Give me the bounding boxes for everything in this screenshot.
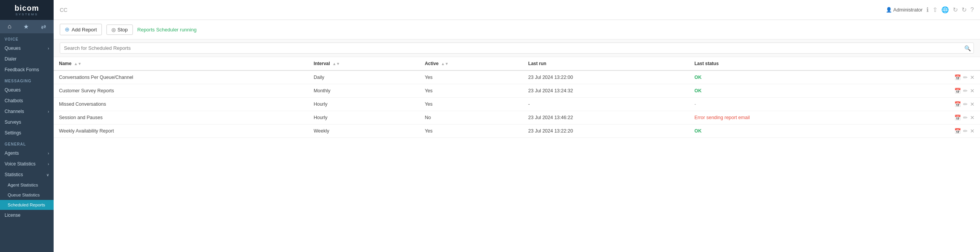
cell-last-status: - bbox=[689, 98, 887, 111]
toolbar: ⊕ Add Report ◎ Stop Reports Scheduler ru… bbox=[54, 20, 980, 39]
cell-last-run: - bbox=[523, 98, 689, 111]
stop-label: Stop bbox=[118, 27, 128, 33]
logo-text: bicom bbox=[15, 4, 39, 13]
col-name[interactable]: Name ▲▼ bbox=[54, 57, 308, 70]
messaging-section-label: MESSAGING bbox=[0, 75, 54, 85]
queue-statistics-label: Queue Statistics bbox=[8, 193, 40, 197]
col-active[interactable]: Active ▲▼ bbox=[419, 57, 523, 70]
calendar-icon[interactable]: 📅 bbox=[954, 115, 961, 121]
search-icon: 🔍 bbox=[964, 45, 971, 51]
edit-icon[interactable]: ✏ bbox=[963, 115, 968, 121]
agent-statistics-label: Agent Statistics bbox=[8, 183, 38, 187]
queues-voice-label: Queues bbox=[5, 46, 21, 51]
sidebar-item-scheduled-reports[interactable]: Scheduled Reports bbox=[0, 200, 54, 210]
info-icon[interactable]: ℹ bbox=[926, 6, 929, 13]
col-interval[interactable]: Interval ▲▼ bbox=[308, 57, 419, 70]
cell-active: Yes bbox=[419, 124, 523, 138]
table-row: Session and Pauses Hourly No 23 Jul 2024… bbox=[54, 111, 980, 124]
search-wrap: 🔍 bbox=[60, 43, 974, 54]
sidebar-item-queues-messaging[interactable]: Queues bbox=[0, 85, 54, 95]
topbar: CC 👤 Administrator ℹ ⇧ 🌐 ↻ ↻ ? bbox=[54, 0, 980, 20]
cell-last-run: 23 Jul 2024 13:46:22 bbox=[523, 111, 689, 124]
license-label: License bbox=[5, 213, 20, 218]
cell-interval: Weekly bbox=[308, 124, 419, 138]
refresh2-icon[interactable]: ↻ bbox=[962, 6, 967, 13]
cell-name: Missed Conversations bbox=[54, 98, 308, 111]
cell-actions: 📅 ✏ ✕ bbox=[887, 70, 980, 84]
sidebar-item-chatbots[interactable]: Chatbots bbox=[0, 95, 54, 106]
table-body: Conversations Per Queue/Channel Daily Ye… bbox=[54, 70, 980, 138]
delete-icon[interactable]: ✕ bbox=[970, 101, 975, 107]
cell-last-run: 23 Jul 2024 13:22:20 bbox=[523, 124, 689, 138]
cell-name: Conversations Per Queue/Channel bbox=[54, 70, 308, 84]
sort-icon-name: ▲▼ bbox=[74, 62, 82, 66]
scheduled-reports-label: Scheduled Reports bbox=[8, 203, 45, 207]
edit-icon[interactable]: ✏ bbox=[963, 128, 968, 134]
cell-actions: 📅 ✏ ✕ bbox=[887, 84, 980, 98]
sidebar-item-queue-statistics[interactable]: Queue Statistics bbox=[0, 190, 54, 200]
queues-messaging-label: Queues bbox=[5, 87, 21, 93]
share-icon[interactable]: ⇄ bbox=[41, 23, 46, 30]
col-last-run: Last run bbox=[523, 57, 689, 70]
star-icon[interactable]: ★ bbox=[23, 23, 29, 30]
cell-interval: Hourly bbox=[308, 111, 419, 124]
surveys-label: Surveys bbox=[5, 119, 21, 125]
chevron-down-icon: ∨ bbox=[46, 173, 49, 177]
edit-icon[interactable]: ✏ bbox=[963, 88, 968, 94]
plus-icon: ⊕ bbox=[65, 26, 70, 33]
cell-last-status: OK bbox=[689, 70, 887, 84]
delete-icon[interactable]: ✕ bbox=[970, 115, 975, 121]
cell-actions: 📅 ✏ ✕ bbox=[887, 124, 980, 138]
sidebar-item-dialer[interactable]: Dialer bbox=[0, 54, 54, 64]
chevron-right-icon: › bbox=[48, 110, 49, 114]
general-section-label: GENERAL bbox=[0, 138, 54, 148]
cell-interval: Hourly bbox=[308, 98, 419, 111]
sidebar-logo: bicom SYSTEMS bbox=[0, 0, 54, 20]
calendar-icon[interactable]: 📅 bbox=[954, 101, 961, 107]
calendar-icon[interactable]: 📅 bbox=[954, 74, 961, 80]
reports-table: Name ▲▼ Interval ▲▼ Active ▲▼ Last run L… bbox=[54, 57, 980, 138]
sidebar-item-settings[interactable]: Settings bbox=[0, 128, 54, 138]
delete-icon[interactable]: ✕ bbox=[970, 128, 975, 134]
logo-sub: SYSTEMS bbox=[15, 13, 39, 16]
calendar-icon[interactable]: 📅 bbox=[954, 128, 961, 134]
cell-interval: Daily bbox=[308, 70, 419, 84]
cell-last-status: OK bbox=[689, 124, 887, 138]
sidebar-item-license[interactable]: License bbox=[0, 210, 54, 221]
home-icon[interactable]: ⌂ bbox=[8, 23, 11, 30]
upload-icon[interactable]: ⇧ bbox=[933, 6, 937, 13]
edit-icon[interactable]: ✏ bbox=[963, 74, 968, 80]
refresh-icon[interactable]: ↻ bbox=[953, 6, 958, 13]
sidebar-item-statistics[interactable]: Statistics ∨ bbox=[0, 169, 54, 180]
table-row: Customer Survey Reports Monthly Yes 23 J… bbox=[54, 84, 980, 98]
table-row: Conversations Per Queue/Channel Daily Ye… bbox=[54, 70, 980, 84]
chatbots-label: Chatbots bbox=[5, 98, 23, 103]
chevron-right-icon: › bbox=[48, 151, 49, 155]
edit-icon[interactable]: ✏ bbox=[963, 101, 968, 107]
delete-icon[interactable]: ✕ bbox=[970, 74, 975, 80]
table-row: Missed Conversations Hourly Yes - - 📅 ✏ … bbox=[54, 98, 980, 111]
cell-last-run: 23 Jul 2024 13:24:32 bbox=[523, 84, 689, 98]
voice-section-label: VOICE bbox=[0, 33, 54, 43]
sidebar-item-feedback-forms[interactable]: Feedback Forms bbox=[0, 64, 54, 75]
sidebar-item-agents[interactable]: Agents › bbox=[0, 148, 54, 159]
cell-last-status: Error sending report email bbox=[689, 111, 887, 124]
search-input[interactable] bbox=[60, 43, 974, 54]
help-icon[interactable]: ? bbox=[970, 7, 974, 13]
sidebar-item-voice-statistics[interactable]: Voice Statistics › bbox=[0, 159, 54, 169]
reports-table-wrap: Name ▲▼ Interval ▲▼ Active ▲▼ Last run L… bbox=[54, 57, 980, 252]
settings-label: Settings bbox=[5, 130, 21, 136]
calendar-icon[interactable]: 📅 bbox=[954, 88, 961, 94]
globe-icon[interactable]: 🌐 bbox=[941, 6, 949, 13]
stop-button[interactable]: ◎ Stop bbox=[106, 25, 133, 35]
add-report-button[interactable]: ⊕ Add Report bbox=[60, 24, 102, 35]
cell-last-run: 23 Jul 2024 13:22:00 bbox=[523, 70, 689, 84]
sort-icon-active: ▲▼ bbox=[441, 62, 448, 66]
delete-icon[interactable]: ✕ bbox=[970, 88, 975, 94]
sidebar-item-agent-statistics[interactable]: Agent Statistics bbox=[0, 180, 54, 190]
cell-name: Customer Survey Reports bbox=[54, 84, 308, 98]
sidebar-item-channels[interactable]: Channels › bbox=[0, 106, 54, 117]
voice-statistics-label: Voice Statistics bbox=[5, 161, 36, 167]
sidebar-item-surveys[interactable]: Surveys bbox=[0, 117, 54, 128]
sidebar-item-queues-voice[interactable]: Queues › bbox=[0, 43, 54, 54]
